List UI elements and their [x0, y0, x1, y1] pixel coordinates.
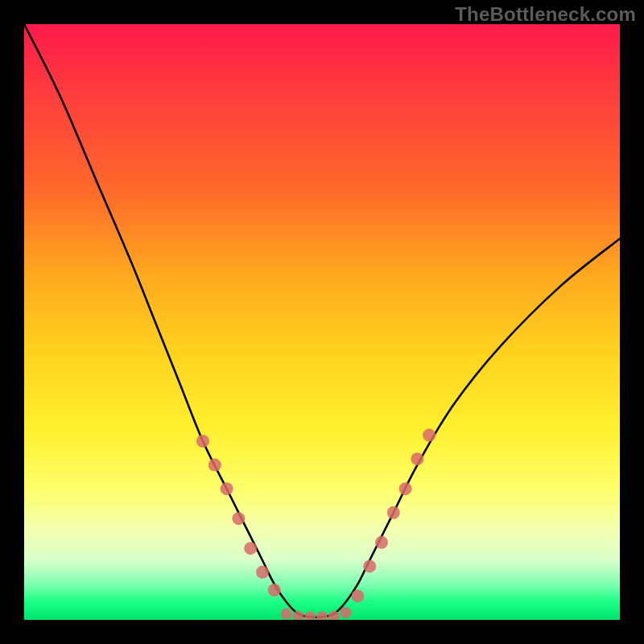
- curve-dots-group: [196, 429, 436, 620]
- curve-dot: [341, 607, 352, 618]
- curve-dot: [304, 611, 316, 620]
- curve-dot: [363, 559, 376, 572]
- curve-dot: [196, 435, 209, 448]
- watermark-text: TheBottleneck.com: [455, 3, 636, 26]
- curve-dot: [411, 452, 423, 465]
- curve-dot: [351, 589, 364, 602]
- curve-dot: [399, 482, 412, 495]
- curve-dot: [232, 512, 245, 525]
- curve-dot: [208, 459, 221, 472]
- curve-dot: [256, 566, 269, 579]
- curve-dot: [244, 542, 257, 555]
- bottleneck-curve: [24, 24, 620, 617]
- curve-dot: [281, 609, 292, 620]
- chart-svg: [24, 24, 620, 620]
- curve-dot: [387, 506, 400, 519]
- curve-dot: [268, 584, 281, 597]
- curve-dot: [375, 536, 388, 549]
- curve-dot: [221, 482, 233, 495]
- curve-dot: [316, 611, 328, 620]
- chart-plot-area: [24, 24, 620, 620]
- curve-dot: [423, 429, 436, 442]
